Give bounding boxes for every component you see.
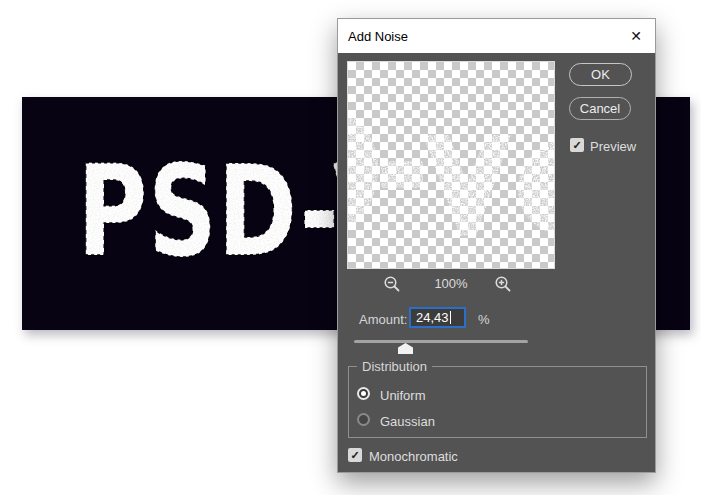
amount-slider-thumb[interactable] [398, 343, 413, 354]
amount-slider-track[interactable] [354, 340, 528, 343]
screen: PSD-V PSD-V Add Noise ✕ [0, 0, 701, 495]
zoom-level: 100% [348, 276, 554, 291]
radio-gaussian[interactable] [357, 413, 370, 426]
close-icon[interactable]: ✕ [617, 19, 655, 53]
ok-button[interactable]: OK [569, 63, 632, 86]
radio-gaussian-label[interactable]: Gaussian [380, 414, 435, 429]
distribution-legend: Distribution [357, 359, 432, 374]
add-noise-dialog: Add Noise ✕ [337, 18, 656, 473]
amount-label: Amount: [359, 312, 407, 327]
preview-checkbox-label[interactable]: Preview [590, 139, 636, 154]
dialog-body: 100% Amount: 24,43 % Distribution Uni [338, 53, 655, 472]
amount-input[interactable]: 24,43 [409, 307, 466, 328]
dialog-titlebar[interactable]: Add Noise ✕ [338, 19, 655, 53]
radio-uniform-label[interactable]: Uniform [380, 388, 426, 403]
monochromatic-checkbox[interactable]: ✓ [348, 448, 362, 462]
monochromatic-label[interactable]: Monochromatic [369, 449, 458, 464]
zoom-in-icon[interactable] [494, 275, 511, 292]
text-caret [450, 311, 451, 324]
amount-value: 24,43 [416, 310, 449, 325]
radio-uniform[interactable] [357, 387, 370, 400]
amount-unit: % [478, 312, 490, 327]
preview-noise-graphic [348, 62, 554, 268]
noise-preview-pane[interactable] [348, 62, 554, 268]
cancel-button[interactable]: Cancel [569, 97, 631, 120]
preview-checkbox[interactable]: ✓ [570, 138, 584, 152]
dialog-title: Add Noise [348, 29, 408, 44]
